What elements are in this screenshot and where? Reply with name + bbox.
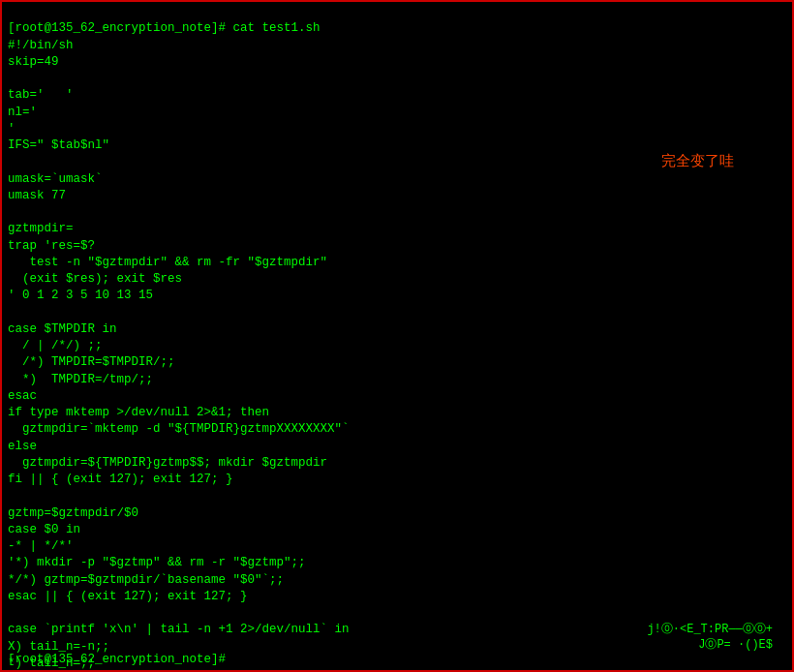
status-right2: J⓪P= ·()E$ bbox=[698, 636, 773, 653]
code-line-20: else bbox=[8, 440, 37, 453]
code-line-11: (exit $res); exit $res bbox=[8, 272, 182, 286]
prompt-bottom: [root@135_62_encryption_note]# bbox=[2, 653, 231, 666]
code-line-6: umask=`umask` bbox=[8, 172, 103, 186]
code-line-blank-4 bbox=[8, 306, 15, 320]
code-line-17: esac bbox=[8, 389, 37, 403]
status-right: j!⓪·<E_T:PR——⓪⓪+ bbox=[592, 621, 773, 637]
code-line-blank-2 bbox=[8, 155, 15, 168]
code-line-27: */*) gztmp=$gztmpdir/`basename "$0"`;; bbox=[8, 573, 284, 587]
code-line-8: gztmpdir= bbox=[8, 222, 74, 235]
code-line-30: X) tail_n=-n;; bbox=[8, 640, 109, 654]
code-line-25: -* | */*' bbox=[8, 539, 74, 553]
annotation-text: 完全变了哇 bbox=[661, 152, 734, 170]
code-line-28: esac || { (exit 127); exit 127; } bbox=[8, 590, 248, 603]
code-line-1: #!/bin/sh bbox=[8, 39, 74, 52]
code-line-18: if type mktemp >/dev/null 2>&1; then bbox=[8, 406, 269, 419]
code-line-blank-3 bbox=[8, 205, 15, 219]
code-line-21: gztmpdir=${TMPDIR}gztmp$$; mkdir $gztmpd… bbox=[8, 456, 327, 470]
code-line-22: fi || { (exit 127); exit 127; } bbox=[8, 473, 233, 486]
code-line-16: *) TMPDIR=/tmp/;; bbox=[8, 373, 153, 386]
code-line-7: umask 77 bbox=[8, 189, 66, 202]
code-line-blank-5 bbox=[8, 489, 15, 503]
header-line: [root@135_62_encryption_note]# cat test1… bbox=[8, 21, 321, 35]
code-line-9: trap 'res=$? bbox=[8, 239, 95, 253]
terminal-body: [root@135_62_encryption_note]# cat test1… bbox=[2, 2, 792, 672]
code-line-5: IFS=" $tab$nl" bbox=[8, 138, 109, 152]
code-line-12: ' 0 1 2 3 5 10 13 15 bbox=[8, 289, 153, 302]
code-line-29: case `printf 'x\n' | tail -n +1 2>/dev/n… bbox=[8, 623, 350, 636]
code-line-4: nl=' bbox=[8, 106, 37, 119]
code-line-19: gztmpdir=`mktemp -d "${TMPDIR}gztmpXXXXX… bbox=[8, 422, 350, 436]
terminal-window: [root@135_62_encryption_note]# cat test1… bbox=[0, 0, 794, 672]
code-line-26: '*) mkdir -p "$gztmp" && rm -r "$gztmp";… bbox=[8, 556, 306, 569]
code-line-4b: ' bbox=[8, 122, 15, 136]
code-line-blank-1 bbox=[8, 72, 15, 85]
code-line-15: /*) TMPDIR=$TMPDIR/;; bbox=[8, 355, 175, 369]
code-line-2: skip=49 bbox=[8, 55, 59, 69]
code-line-23: gztmp=$gztmpdir/$0 bbox=[8, 506, 138, 520]
code-line-14: / | /*/) ;; bbox=[8, 339, 103, 352]
code-line-blank-6 bbox=[8, 606, 15, 620]
code-line-10: test -n "$gztmpdir" && rm -fr "$gztmpdir… bbox=[8, 256, 327, 269]
code-line-24: case $0 in bbox=[8, 523, 80, 536]
code-line-3: tab=' ' bbox=[8, 88, 74, 102]
code-line-13: case $TMPDIR in bbox=[8, 322, 117, 336]
